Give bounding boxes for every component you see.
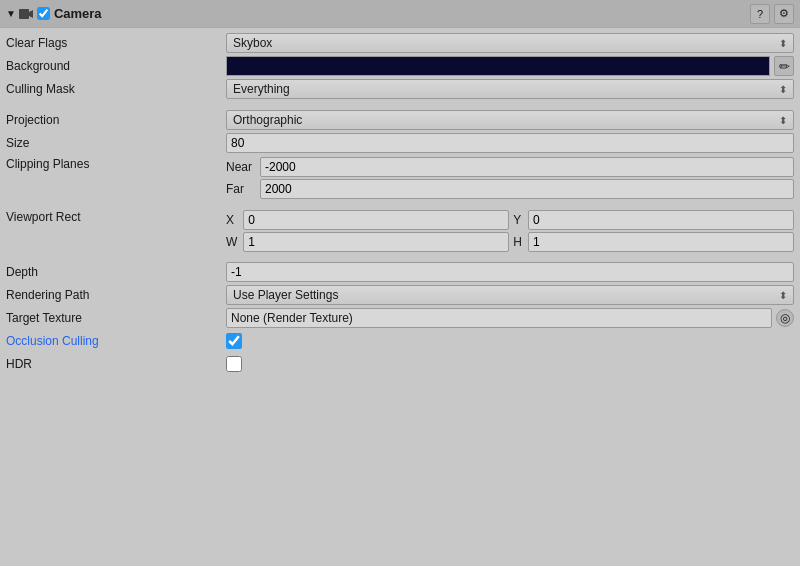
y-input[interactable]	[528, 210, 794, 230]
separator-1	[6, 101, 794, 109]
svg-marker-1	[29, 10, 33, 18]
viewport-rect-label: Viewport Rect	[6, 210, 226, 224]
clear-flags-dropdown[interactable]: Skybox ⬍	[226, 33, 794, 53]
target-texture-picker[interactable]: ◎	[776, 309, 794, 327]
separator-3	[6, 253, 794, 261]
clipping-planes-row: Clipping Planes Near Far	[6, 155, 794, 199]
viewport-rect-value: X Y W H	[226, 210, 794, 252]
size-row: Size	[6, 132, 794, 154]
h-label: H	[513, 232, 524, 252]
rendering-path-label: Rendering Path	[6, 288, 226, 302]
eyedropper-button[interactable]: ✏	[774, 56, 794, 76]
culling-mask-row: Culling Mask Everything ⬍	[6, 78, 794, 100]
properties-grid: Clear Flags Skybox ⬍ Background ✏ Cullin…	[0, 28, 800, 380]
near-label: Near	[226, 157, 258, 177]
component-header: ▼ Camera ? ⚙	[0, 0, 800, 28]
header-actions: ? ⚙	[750, 4, 794, 24]
culling-mask-dropdown-value: Everything	[233, 82, 290, 96]
projection-row: Projection Orthographic ⬍	[6, 109, 794, 131]
depth-input[interactable]	[226, 262, 794, 282]
projection-label: Projection	[6, 113, 226, 127]
help-button[interactable]: ?	[750, 4, 770, 24]
rendering-path-dropdown-value: Use Player Settings	[233, 288, 338, 302]
target-texture-control: None (Render Texture) ◎	[226, 308, 794, 328]
w-label: W	[226, 232, 239, 252]
w-input[interactable]	[243, 232, 509, 252]
target-texture-field[interactable]: None (Render Texture)	[226, 308, 772, 328]
clipping-grid: Near Far	[226, 157, 794, 199]
depth-label: Depth	[6, 265, 226, 279]
background-value: ✏	[226, 56, 794, 76]
background-color-field[interactable]	[226, 56, 770, 76]
target-texture-value: None (Render Texture) ◎	[226, 308, 794, 328]
projection-dropdown[interactable]: Orthographic ⬍	[226, 110, 794, 130]
svg-rect-0	[19, 9, 29, 19]
depth-value	[226, 262, 794, 282]
target-texture-text: None (Render Texture)	[231, 311, 353, 325]
hdr-row: HDR	[6, 353, 794, 375]
far-label: Far	[226, 179, 258, 199]
clear-flags-dropdown-value: Skybox	[233, 36, 272, 50]
hdr-checkbox[interactable]	[226, 356, 242, 372]
h-input[interactable]	[528, 232, 794, 252]
target-texture-label: Target Texture	[6, 311, 226, 325]
culling-mask-dropdown[interactable]: Everything ⬍	[226, 79, 794, 99]
occlusion-culling-checkbox[interactable]	[226, 333, 242, 349]
viewport-rect-row: Viewport Rect X Y W H	[6, 208, 794, 252]
hdr-value	[226, 356, 794, 372]
clipping-planes-value: Near Far	[226, 157, 794, 199]
projection-value: Orthographic ⬍	[226, 110, 794, 130]
rendering-path-row: Rendering Path Use Player Settings ⬍	[6, 284, 794, 306]
background-color-row: ✏	[226, 56, 794, 76]
rendering-path-dropdown[interactable]: Use Player Settings ⬍	[226, 285, 794, 305]
size-input[interactable]	[226, 133, 794, 153]
collapse-arrow[interactable]: ▼	[6, 8, 16, 19]
culling-mask-dropdown-arrow: ⬍	[779, 84, 787, 95]
projection-dropdown-arrow: ⬍	[779, 115, 787, 126]
x-input[interactable]	[243, 210, 509, 230]
clear-flags-label: Clear Flags	[6, 36, 226, 50]
far-input[interactable]	[260, 179, 794, 199]
background-label: Background	[6, 59, 226, 73]
near-input[interactable]	[260, 157, 794, 177]
y-label: Y	[513, 210, 524, 230]
occlusion-culling-row: Occlusion Culling	[6, 330, 794, 352]
size-value	[226, 133, 794, 153]
size-label: Size	[6, 136, 226, 150]
x-label: X	[226, 210, 239, 230]
hdr-label: HDR	[6, 357, 226, 371]
depth-row: Depth	[6, 261, 794, 283]
clear-flags-dropdown-arrow: ⬍	[779, 38, 787, 49]
component-title: Camera	[54, 6, 750, 21]
viewport-grid: X Y W H	[226, 210, 794, 252]
camera-type-icon	[18, 6, 34, 22]
occlusion-culling-value	[226, 333, 794, 349]
culling-mask-label: Culling Mask	[6, 82, 226, 96]
background-row: Background ✏	[6, 55, 794, 77]
clipping-planes-label: Clipping Planes	[6, 157, 226, 171]
projection-dropdown-value: Orthographic	[233, 113, 302, 127]
clear-flags-row: Clear Flags Skybox ⬍	[6, 32, 794, 54]
occlusion-culling-label[interactable]: Occlusion Culling	[6, 334, 226, 348]
rendering-path-dropdown-arrow: ⬍	[779, 290, 787, 301]
clear-flags-value: Skybox ⬍	[226, 33, 794, 53]
camera-component: ▼ Camera ? ⚙ Clear Flags Skybox ⬍ Backgr…	[0, 0, 800, 380]
culling-mask-value: Everything ⬍	[226, 79, 794, 99]
target-texture-row: Target Texture None (Render Texture) ◎	[6, 307, 794, 329]
component-enabled-checkbox[interactable]	[37, 7, 50, 20]
settings-button[interactable]: ⚙	[774, 4, 794, 24]
rendering-path-value: Use Player Settings ⬍	[226, 285, 794, 305]
separator-2	[6, 200, 794, 208]
